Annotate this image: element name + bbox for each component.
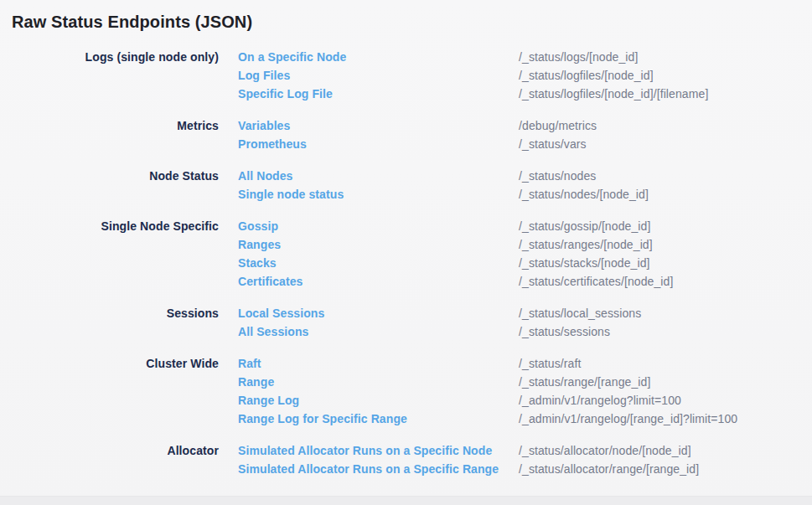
- endpoint-link-cell: Simulated Allocator Runs on a Specific R…: [219, 460, 519, 478]
- endpoint-link[interactable]: Simulated Allocator Runs on a Specific N…: [238, 444, 492, 457]
- category-label: Logs (single node only): [0, 48, 219, 66]
- endpoint-section: Single Node Specific Gossip /_status/gos…: [0, 217, 812, 291]
- endpoint-row: Single Node Specific Gossip /_status/gos…: [0, 217, 812, 235]
- endpoint-link-cell: Raft: [219, 354, 519, 373]
- endpoint-link[interactable]: Range Log for Specific Range: [238, 412, 407, 425]
- category-label: Allocator: [0, 441, 219, 460]
- endpoint-section: Sessions Local Sessions /_status/local_s…: [0, 304, 812, 341]
- endpoint-row: Allocator Simulated Allocator Runs on a …: [0, 441, 812, 460]
- endpoint-link[interactable]: Local Sessions: [238, 307, 324, 320]
- endpoint-link[interactable]: On a Specific Node: [238, 50, 346, 64]
- category-label: Cluster Wide: [0, 354, 219, 373]
- endpoint-path: /_status/local_sessions: [519, 304, 812, 322]
- endpoint-link-cell: All Sessions: [219, 322, 519, 341]
- endpoint-link[interactable]: Raft: [238, 357, 261, 370]
- endpoint-row: Metrics Variables /debug/metrics: [0, 116, 812, 135]
- endpoint-path: /_status/certificates/[node_id]: [519, 272, 812, 291]
- endpoint-row: Single node status /_status/nodes/[node_…: [0, 185, 812, 204]
- endpoint-section: Cluster Wide Raft /_status/raft Range /_…: [0, 354, 812, 428]
- endpoint-path: /_admin/v1/rangelog?limit=100: [519, 391, 812, 410]
- endpoint-path: /_status/logfiles/[node_id]: [519, 66, 812, 85]
- endpoint-link-cell: Range: [219, 373, 519, 391]
- endpoint-section: Allocator Simulated Allocator Runs on a …: [0, 441, 812, 478]
- endpoint-row: Certificates /_status/certificates/[node…: [0, 272, 812, 291]
- endpoint-row: Specific Log File /_status/logfiles/[nod…: [0, 85, 812, 103]
- endpoint-path: /_status/logs/[node_id]: [519, 48, 812, 66]
- endpoint-row: Range Log /_admin/v1/rangelog?limit=100: [0, 391, 812, 410]
- endpoint-row: Range Log for Specific Range /_admin/v1/…: [0, 410, 812, 428]
- endpoint-row: All Sessions /_status/sessions: [0, 322, 812, 341]
- endpoint-row: Node Status All Nodes /_status/nodes: [0, 167, 812, 185]
- endpoint-link[interactable]: Prometheus: [238, 137, 307, 151]
- endpoint-link[interactable]: All Nodes: [238, 169, 292, 183]
- endpoint-link[interactable]: Simulated Allocator Runs on a Specific R…: [238, 462, 499, 476]
- endpoint-path: /_status/vars: [519, 135, 812, 153]
- endpoint-link-cell: Gossip: [219, 217, 519, 235]
- endpoint-path: /debug/metrics: [519, 116, 812, 135]
- endpoint-row: Log Files /_status/logfiles/[node_id]: [0, 66, 812, 85]
- endpoint-link-cell: Specific Log File: [219, 85, 519, 103]
- endpoint-link[interactable]: Range: [238, 375, 274, 389]
- endpoint-path: /_status/nodes: [519, 167, 812, 185]
- category-label: Sessions: [0, 304, 219, 322]
- endpoint-path: /_status/gossip/[node_id]: [519, 217, 812, 235]
- endpoint-link-cell: Certificates: [219, 272, 519, 291]
- endpoint-path: /_status/sessions: [519, 322, 812, 341]
- endpoint-link-cell: Range Log for Specific Range: [219, 410, 519, 428]
- endpoint-row: Sessions Local Sessions /_status/local_s…: [0, 304, 812, 322]
- endpoint-row: Range /_status/range/[range_id]: [0, 373, 812, 391]
- endpoint-path: /_status/nodes/[node_id]: [519, 185, 812, 204]
- endpoint-link-cell: Prometheus: [219, 135, 519, 153]
- endpoint-link-cell: Range Log: [219, 391, 519, 410]
- endpoint-link[interactable]: Ranges: [238, 238, 281, 251]
- endpoint-path: /_status/range/[range_id]: [519, 373, 812, 391]
- raw-status-endpoints-page: Raw Status Endpoints (JSON) Logs (single…: [0, 0, 812, 505]
- category-label: Single Node Specific: [0, 217, 219, 235]
- endpoint-section: Logs (single node only) On a Specific No…: [0, 48, 812, 103]
- endpoint-link[interactable]: Log Files: [238, 69, 290, 82]
- category-label: Node Status: [0, 167, 219, 185]
- endpoint-path: /_status/raft: [519, 354, 812, 373]
- endpoint-link[interactable]: Certificates: [238, 275, 303, 288]
- endpoint-link[interactable]: All Sessions: [238, 325, 308, 338]
- endpoint-path: /_status/ranges/[node_id]: [519, 235, 812, 254]
- endpoint-link-cell: Variables: [219, 116, 519, 135]
- endpoint-link[interactable]: Gossip: [238, 219, 278, 233]
- endpoint-link[interactable]: Stacks: [238, 256, 277, 270]
- endpoint-link-cell: On a Specific Node: [219, 48, 519, 66]
- endpoint-link-cell: Local Sessions: [219, 304, 519, 322]
- endpoint-row: Simulated Allocator Runs on a Specific R…: [0, 460, 812, 478]
- endpoint-section: Metrics Variables /debug/metrics Prometh…: [0, 116, 812, 153]
- endpoint-path: /_status/allocator/range/[range_id]: [519, 460, 812, 478]
- endpoint-row: Logs (single node only) On a Specific No…: [0, 48, 812, 66]
- endpoints-list: Logs (single node only) On a Specific No…: [0, 48, 812, 478]
- endpoint-row: Prometheus /_status/vars: [0, 135, 812, 153]
- endpoint-link-cell: Stacks: [219, 254, 519, 272]
- endpoint-row: Ranges /_status/ranges/[node_id]: [0, 235, 812, 254]
- page-title: Raw Status Endpoints (JSON): [0, 0, 812, 33]
- endpoint-link[interactable]: Variables: [238, 119, 290, 132]
- endpoint-link[interactable]: Range Log: [238, 394, 299, 407]
- endpoint-link-cell: All Nodes: [219, 167, 519, 185]
- category-label: Metrics: [0, 116, 219, 135]
- bottom-band: [0, 496, 812, 505]
- endpoint-path: /_status/logfiles/[node_id]/[filename]: [519, 85, 812, 103]
- endpoint-path: /_admin/v1/rangelog/[range_id]?limit=100: [519, 410, 812, 428]
- endpoint-row: Stacks /_status/stacks/[node_id]: [0, 254, 812, 272]
- endpoint-link-cell: Log Files: [219, 66, 519, 85]
- endpoint-link-cell: Ranges: [219, 235, 519, 254]
- endpoint-path: /_status/stacks/[node_id]: [519, 254, 812, 272]
- endpoint-section: Node Status All Nodes /_status/nodes Sin…: [0, 167, 812, 204]
- endpoint-path: /_status/allocator/node/[node_id]: [519, 441, 812, 460]
- endpoint-row: Cluster Wide Raft /_status/raft: [0, 354, 812, 373]
- endpoint-link[interactable]: Single node status: [238, 188, 344, 201]
- endpoint-link[interactable]: Specific Log File: [238, 87, 333, 100]
- endpoint-link-cell: Simulated Allocator Runs on a Specific N…: [219, 441, 519, 460]
- endpoint-link-cell: Single node status: [219, 185, 519, 204]
